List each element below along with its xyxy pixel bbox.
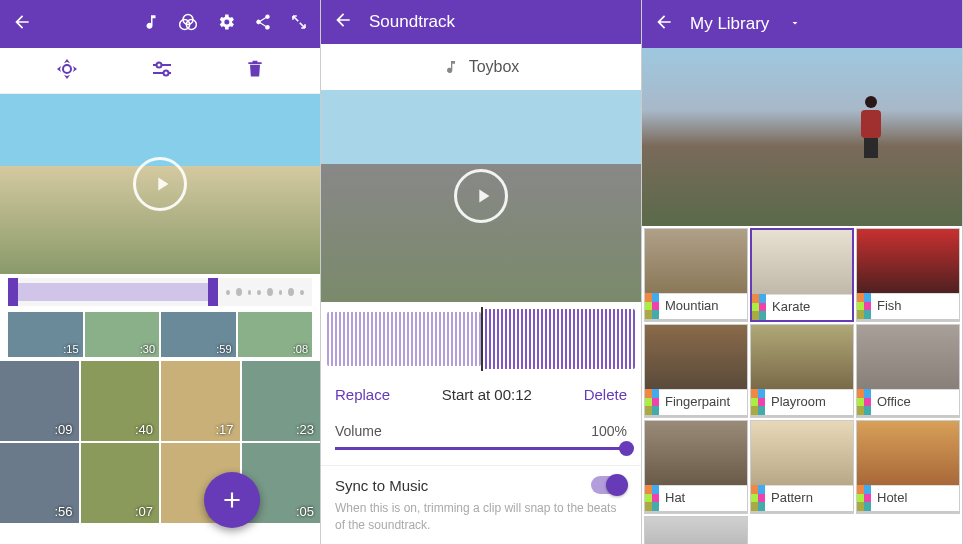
delete-track-button[interactable]: Delete [584, 386, 627, 403]
clip-cell[interactable]: :17 [161, 361, 240, 441]
editor-screen: :15 :30 :59 :08 :09 :40 :17 :23 :56 :07 … [0, 0, 321, 544]
swatch-icon [857, 293, 871, 319]
add-clip-fab[interactable] [204, 472, 260, 528]
swatch-icon [857, 485, 871, 511]
waveform[interactable] [321, 302, 641, 376]
app-header: My Library [642, 0, 962, 48]
adjust-button[interactable] [150, 57, 174, 85]
waveform-cursor[interactable] [481, 307, 483, 371]
trim-handle-end[interactable] [208, 278, 218, 306]
back-button[interactable] [333, 10, 353, 34]
library-dropdown[interactable]: My Library [690, 14, 769, 34]
chevron-down-icon[interactable] [789, 15, 801, 33]
share-icon[interactable] [254, 13, 272, 35]
library-label: Hotel [871, 485, 959, 511]
volume-value: 100% [591, 423, 627, 439]
library-item[interactable]: Hotel [856, 420, 960, 514]
clip-duration: :56 [54, 504, 72, 519]
library-item[interactable]: Fingerpaint [644, 324, 748, 418]
clip-duration: :07 [135, 504, 153, 519]
library-item[interactable]: Pattern [750, 420, 854, 514]
clip-duration: :09 [54, 422, 72, 437]
library-thumbnail [645, 517, 747, 544]
library-label: Pattern [765, 485, 853, 511]
sync-description: When this is on, trimming a clip will sn… [321, 498, 641, 544]
swatch-icon [857, 389, 871, 415]
sync-toggle[interactable] [591, 476, 627, 494]
play-button[interactable] [454, 169, 508, 223]
library-item[interactable]: Fish [856, 228, 960, 322]
replace-track-button[interactable]: Replace [335, 386, 390, 403]
clip-duration: :59 [216, 343, 231, 355]
clip-thumb[interactable]: :30 [85, 312, 160, 357]
swatch-icon [751, 485, 765, 511]
clip-cell[interactable]: :07 [81, 443, 160, 523]
clip-thumb[interactable]: :59 [161, 312, 236, 357]
library-thumbnail [751, 325, 853, 389]
svg-point-6 [156, 62, 161, 67]
library-screen: My Library Mountian Karate Fish Fingerpa… [642, 0, 963, 544]
clip-duration: :40 [135, 422, 153, 437]
clip-thumb[interactable]: :08 [238, 312, 313, 357]
swatch-icon [645, 293, 659, 319]
clip-cell[interactable]: :09 [0, 361, 79, 441]
clip-duration: :23 [296, 422, 314, 437]
library-label: Karate [766, 294, 852, 320]
delete-button[interactable] [245, 59, 265, 83]
library-item[interactable]: Mountian [644, 228, 748, 322]
auto-button[interactable] [55, 57, 79, 85]
clip-cell[interactable]: :56 [0, 443, 79, 523]
volume-row: Volume 100% [321, 413, 641, 439]
waveform-left [327, 312, 481, 366]
app-header: Soundtrack [321, 0, 641, 44]
svg-point-7 [163, 70, 168, 75]
svg-point-3 [63, 65, 71, 73]
video-preview[interactable] [321, 90, 641, 302]
waveform-right [481, 309, 635, 369]
library-item[interactable]: Playroom [750, 324, 854, 418]
volume-slider[interactable] [335, 447, 627, 450]
settings-icon[interactable] [216, 12, 236, 36]
music-icon[interactable] [142, 13, 160, 35]
looks-icon[interactable] [178, 12, 198, 36]
clip-cell[interactable]: :23 [242, 361, 321, 441]
swatch-icon [645, 389, 659, 415]
library-grid: Mountian Karate Fish Fingerpaint Playroo… [642, 226, 962, 544]
clip-grid: :09 :40 :17 :23 :56 :07 1:24 :05 [0, 359, 320, 544]
volume-thumb[interactable] [619, 441, 634, 456]
trim-bar[interactable] [8, 278, 312, 306]
back-button[interactable] [654, 12, 674, 36]
play-button[interactable] [133, 157, 187, 211]
trim-handle-start[interactable] [8, 278, 18, 306]
library-label: Office [871, 389, 959, 415]
music-note-icon [443, 59, 459, 75]
clip-cell[interactable]: :40 [81, 361, 160, 441]
clip-duration: :05 [296, 504, 314, 519]
library-thumbnail [645, 325, 747, 389]
track-actions-row: Replace Start at 00:12 Delete [321, 376, 641, 413]
swatch-icon [645, 485, 659, 511]
library-label: Playroom [765, 389, 853, 415]
library-item[interactable]: Hat [644, 420, 748, 514]
library-label: Fish [871, 293, 959, 319]
clip-thumb[interactable]: :15 [8, 312, 83, 357]
library-item[interactable]: Karate [750, 228, 854, 322]
video-preview[interactable] [642, 48, 962, 226]
person-silhouette [860, 96, 882, 156]
track-name-row[interactable]: Toybox [321, 44, 641, 90]
volume-label: Volume [335, 423, 382, 439]
screen-title: Soundtrack [369, 12, 455, 32]
app-header [0, 0, 320, 48]
clip-duration: :08 [293, 343, 308, 355]
library-thumbnail [751, 421, 853, 485]
library-thumbnail [645, 229, 747, 293]
video-preview[interactable] [0, 94, 320, 274]
back-button[interactable] [12, 12, 32, 36]
clip-duration: :15 [63, 343, 78, 355]
library-item[interactable]: Office [856, 324, 960, 418]
swatch-icon [752, 294, 766, 320]
soundtrack-screen: Soundtrack Toybox Replace Start at 00:12… [321, 0, 642, 544]
library-item[interactable] [644, 516, 748, 544]
fullscreen-icon[interactable] [290, 13, 308, 35]
library-thumbnail [857, 229, 959, 293]
